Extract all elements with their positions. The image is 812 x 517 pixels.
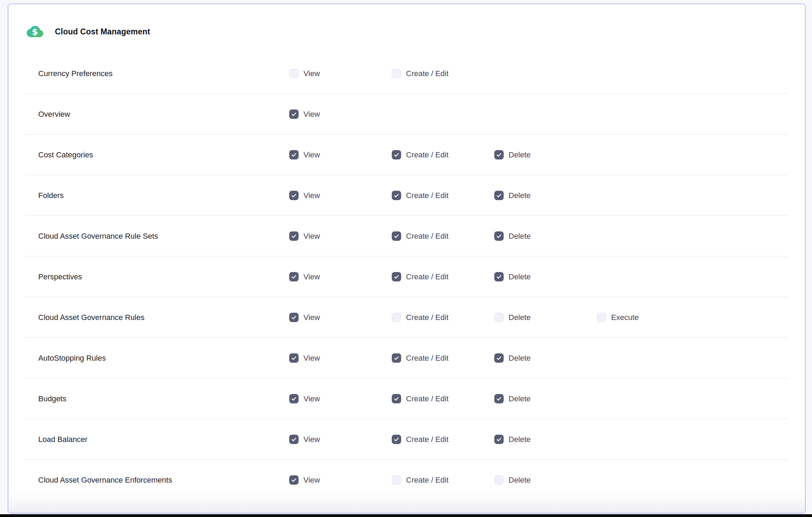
permission-label: Create / Edit xyxy=(406,354,448,363)
permission-row-overview: OverviewView xyxy=(8,94,805,134)
permission-label: Delete xyxy=(509,191,531,200)
permission-label: Delete xyxy=(509,354,531,363)
checkbox-create-edit[interactable] xyxy=(392,313,401,322)
checkbox-delete[interactable] xyxy=(494,475,504,485)
checkbox-view[interactable] xyxy=(289,272,299,281)
permission-cell-execute: Execute xyxy=(597,313,699,322)
permission-cell-view: View xyxy=(289,353,392,363)
checkbox-view[interactable] xyxy=(289,353,299,363)
permission-label: Delete xyxy=(509,272,531,281)
permission-cell-delete: Delete xyxy=(494,272,597,281)
checkbox-view[interactable] xyxy=(289,150,299,159)
permission-cell-create-edit: Create / Edit xyxy=(392,69,494,78)
checkbox-delete[interactable] xyxy=(494,313,504,322)
permission-label: Create / Edit xyxy=(406,150,448,159)
permission-label: Delete xyxy=(509,476,531,485)
permission-row-cloud-asset-governance-enforcements: Cloud Asset Governance EnforcementsViewC… xyxy=(8,460,805,500)
permission-label: Create / Edit xyxy=(406,435,448,444)
checkbox-create-edit[interactable] xyxy=(392,394,401,403)
svg-text:$: $ xyxy=(32,27,38,37)
checkbox-create-edit[interactable] xyxy=(392,353,401,363)
permission-label: Create / Edit xyxy=(406,313,448,322)
permission-label: View xyxy=(303,69,320,78)
permission-label: View xyxy=(303,476,320,485)
resource-label: Budgets xyxy=(38,394,289,403)
permission-label: View xyxy=(303,272,320,281)
permission-cell-view: View xyxy=(289,475,392,485)
checkbox-create-edit[interactable] xyxy=(392,150,401,159)
permission-cell-view: View xyxy=(289,69,392,78)
cloud-cost-management-panel: $ Cloud Cost Management Currency Prefere… xyxy=(8,3,806,514)
permission-cell-delete: Delete xyxy=(494,150,597,159)
permission-label: Create / Edit xyxy=(406,191,448,200)
permission-cell-create-edit: Create / Edit xyxy=(392,353,494,363)
permission-row-autostopping-rules: AutoStopping RulesViewCreate / EditDelet… xyxy=(8,338,805,378)
permission-cell-delete: Delete xyxy=(494,231,597,241)
permission-label: Delete xyxy=(509,232,531,241)
checkbox-create-edit[interactable] xyxy=(392,435,401,444)
permission-row-cost-categories: Cost CategoriesViewCreate / EditDelete xyxy=(8,134,805,175)
checkbox-view[interactable] xyxy=(289,109,299,119)
permission-row-budgets: BudgetsViewCreate / EditDelete xyxy=(8,378,805,419)
resource-label: Cloud Asset Governance Rule Sets xyxy=(38,232,289,241)
permission-label: Create / Edit xyxy=(406,272,448,281)
checkbox-create-edit[interactable] xyxy=(392,272,401,281)
permission-row-folders: FoldersViewCreate / EditDelete xyxy=(8,175,805,216)
permission-label: View xyxy=(303,191,320,200)
checkbox-delete[interactable] xyxy=(494,435,504,444)
permission-cell-delete: Delete xyxy=(494,475,597,485)
checkbox-view[interactable] xyxy=(289,435,299,444)
permission-cell-delete: Delete xyxy=(494,394,597,403)
permission-cell-view: View xyxy=(289,150,392,159)
checkbox-delete[interactable] xyxy=(494,353,504,363)
checkbox-view[interactable] xyxy=(289,69,299,78)
permission-label: View xyxy=(303,435,320,444)
checkbox-view[interactable] xyxy=(289,475,299,485)
resource-label: Currency Preferences xyxy=(38,69,289,78)
permission-label: Create / Edit xyxy=(406,476,448,485)
checkbox-create-edit[interactable] xyxy=(392,69,401,78)
checkbox-delete[interactable] xyxy=(494,231,504,241)
permission-cell-view: View xyxy=(289,435,392,444)
resource-label: Cost Categories xyxy=(38,150,289,159)
checkbox-delete[interactable] xyxy=(494,150,504,159)
checkbox-execute[interactable] xyxy=(597,313,606,322)
checkbox-create-edit[interactable] xyxy=(392,191,401,200)
permission-cell-create-edit: Create / Edit xyxy=(392,231,494,241)
window-bottom-edge xyxy=(0,514,812,517)
checkbox-delete[interactable] xyxy=(494,191,504,200)
checkbox-create-edit[interactable] xyxy=(392,231,401,241)
permission-label: Create / Edit xyxy=(406,232,448,241)
checkbox-view[interactable] xyxy=(289,231,299,241)
permission-row-cloud-asset-governance-rule-sets: Cloud Asset Governance Rule SetsViewCrea… xyxy=(8,216,805,256)
permission-label: Create / Edit xyxy=(406,394,448,403)
permission-row-currency-preferences: Currency PreferencesViewCreate / Edit xyxy=(8,53,805,94)
permission-cell-create-edit: Create / Edit xyxy=(392,150,494,159)
resource-label: Overview xyxy=(38,110,289,119)
resource-label: Folders xyxy=(38,191,289,200)
permission-label: View xyxy=(303,232,320,241)
permission-cell-delete: Delete xyxy=(494,353,597,363)
permissions-list: Currency PreferencesViewCreate / EditOve… xyxy=(8,53,805,500)
permission-row-load-balancer: Load BalancerViewCreate / EditDelete xyxy=(8,419,805,460)
permission-cell-create-edit: Create / Edit xyxy=(392,435,494,444)
checkbox-view[interactable] xyxy=(289,313,299,322)
checkbox-view[interactable] xyxy=(289,191,299,200)
checkbox-create-edit[interactable] xyxy=(392,475,401,485)
permission-cell-create-edit: Create / Edit xyxy=(392,191,494,200)
permission-label: View xyxy=(303,150,320,159)
checkbox-delete[interactable] xyxy=(494,394,504,403)
permission-cell-create-edit: Create / Edit xyxy=(392,313,494,322)
permission-label: View xyxy=(303,313,320,322)
checkbox-delete[interactable] xyxy=(494,272,504,281)
cloud-dollar-icon: $ xyxy=(26,25,43,39)
permission-label: Delete xyxy=(509,313,531,322)
permission-cell-delete: Delete xyxy=(494,191,597,200)
panel-header: $ Cloud Cost Management xyxy=(8,4,805,53)
checkbox-view[interactable] xyxy=(289,394,299,403)
permission-cell-view: View xyxy=(289,109,392,119)
permission-cell-view: View xyxy=(289,313,392,322)
permission-row-perspectives: PerspectivesViewCreate / EditDelete xyxy=(8,256,805,297)
permission-cell-view: View xyxy=(289,191,392,200)
permission-cell-delete: Delete xyxy=(494,435,597,444)
